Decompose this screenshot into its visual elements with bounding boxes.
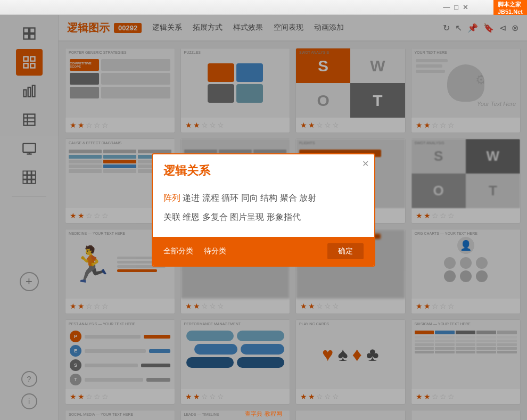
modal-overlay[interactable]: 逻辑关系 ✕ 阵列 递进 流程 循环 同向 结构 聚合 放射 关联 — [0, 0, 527, 420]
modal-link-tongxiang[interactable]: 同向 — [241, 193, 258, 202]
modal-dialog: 逻辑关系 ✕ 阵列 递进 流程 循环 同向 结构 聚合 放射 关联 — [152, 153, 375, 266]
modal-link-weien[interactable]: 维恩 — [183, 212, 200, 221]
modal-close-button[interactable]: ✕ — [362, 159, 369, 169]
modal-link-guanlian[interactable]: 关联 — [163, 212, 180, 221]
modal-link-xunhuan[interactable]: 循环 — [221, 193, 238, 202]
modal-link-juhe[interactable]: 聚合 — [280, 193, 297, 202]
modal-title: 逻辑关系 — [153, 154, 374, 183]
modal-link-jiegou[interactable]: 结构 — [260, 193, 277, 202]
modal-link-duofuhe[interactable]: 多复合 — [202, 212, 228, 221]
modal-body: 阵列 递进 流程 循环 同向 结构 聚合 放射 关联 维恩 — [153, 183, 374, 236]
window-controls[interactable]: — □ ✕ — [443, 3, 468, 11]
modal-footer: 全部分类 待分类 确定 — [153, 237, 374, 266]
close-button[interactable]: ✕ — [463, 3, 468, 11]
modal-tab-all[interactable]: 全部分类 — [163, 246, 193, 255]
watermark: 查字典 教程网 — [245, 410, 282, 418]
maximize-button[interactable]: □ — [454, 3, 458, 11]
modal-tab-pending[interactable]: 待分类 — [204, 246, 226, 255]
modal-link-dijin[interactable]: 递进 — [183, 193, 200, 202]
modal-confirm-button[interactable]: 确定 — [327, 243, 364, 259]
modal-link-liucheng[interactable]: 流程 — [202, 193, 219, 202]
modal-link-fashe[interactable]: 放射 — [299, 193, 316, 202]
minimize-button[interactable]: — — [443, 3, 450, 11]
modal-link-xingxiang[interactable]: 形象指代 — [267, 212, 301, 221]
brand-label: 脚本之家 JB51.Net — [493, 0, 527, 15]
modal-link-tupian[interactable]: 图片呈现 — [230, 212, 264, 221]
modal-footer-tabs: 全部分类 待分类 — [163, 246, 226, 256]
modal-link-array[interactable]: 阵列 — [163, 193, 180, 202]
title-bar: — □ ✕ 脚本之家 JB51.Net — [0, 0, 527, 15]
